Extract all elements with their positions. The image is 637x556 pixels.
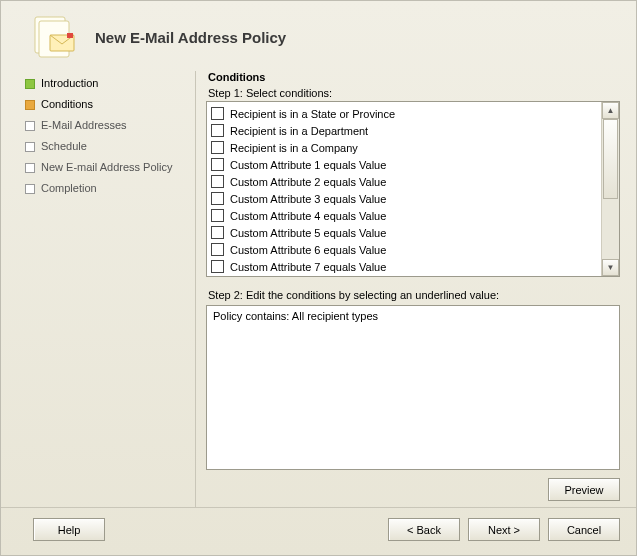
condition-text: Custom Attribute 4 equals Value bbox=[230, 210, 386, 222]
condition-text: Recipient is in a Department bbox=[230, 125, 368, 137]
vertical-divider bbox=[195, 71, 196, 507]
sidebar-step-label: Completion bbox=[41, 182, 97, 195]
condition-row[interactable]: Recipient is in a Department bbox=[211, 122, 597, 139]
edit-text: Policy contains: All recipient types bbox=[213, 310, 378, 322]
sidebar-step-label: New E-mail Address Policy bbox=[41, 161, 172, 174]
sidebar-step-conditions: Conditions bbox=[25, 94, 185, 115]
checkbox[interactable] bbox=[211, 107, 224, 120]
scroll-down-button[interactable]: ▼ bbox=[602, 259, 619, 276]
sidebar-step-new-policy: New E-mail Address Policy bbox=[25, 157, 185, 178]
condition-text: Custom Attribute 5 equals Value bbox=[230, 227, 386, 239]
sidebar-step-schedule: Schedule bbox=[25, 136, 185, 157]
body: Introduction Conditions E-Mail Addresses… bbox=[1, 67, 636, 507]
chevron-down-icon: ▼ bbox=[607, 264, 615, 272]
condition-text: Custom Attribute 6 equals Value bbox=[230, 244, 386, 256]
checkbox[interactable] bbox=[211, 158, 224, 171]
condition-row[interactable]: Custom Attribute 2 equals Value bbox=[211, 173, 597, 190]
sidebar-step-label: Introduction bbox=[41, 77, 98, 90]
step2-label: Step 2: Edit the conditions by selecting… bbox=[206, 287, 620, 303]
condition-row[interactable]: Recipient is in a State or Province bbox=[211, 105, 597, 122]
preview-button[interactable]: Preview bbox=[548, 478, 620, 501]
footer: Help < Back Next > Cancel bbox=[1, 507, 636, 555]
scroll-track[interactable] bbox=[602, 119, 619, 259]
conditions-list-inner: Recipient is in a State or Province Reci… bbox=[207, 102, 601, 276]
condition-text: Custom Attribute 1 equals Value bbox=[230, 159, 386, 171]
condition-text: Recipient is in a Company bbox=[230, 142, 358, 154]
wizard-steps-sidebar: Introduction Conditions E-Mail Addresses… bbox=[25, 71, 185, 507]
sidebar-step-introduction: Introduction bbox=[25, 73, 185, 94]
step1-label: Step 1: Select conditions: bbox=[206, 85, 620, 101]
preview-row: Preview bbox=[206, 470, 620, 507]
step-bullet-pending-icon bbox=[25, 121, 35, 131]
scroll-up-button[interactable]: ▲ bbox=[602, 102, 619, 119]
condition-row[interactable]: Custom Attribute 6 equals Value bbox=[211, 241, 597, 258]
condition-row[interactable]: Recipient is in a Company bbox=[211, 139, 597, 156]
condition-text: Recipient is in a State or Province bbox=[230, 108, 395, 120]
condition-row[interactable]: Custom Attribute 1 equals Value bbox=[211, 156, 597, 173]
chevron-up-icon: ▲ bbox=[607, 107, 615, 115]
sidebar-step-label: Schedule bbox=[41, 140, 87, 153]
content-pane: Conditions Step 1: Select conditions: Re… bbox=[206, 71, 620, 507]
sidebar-step-label: Conditions bbox=[41, 98, 93, 111]
sidebar-step-email-addresses: E-Mail Addresses bbox=[25, 115, 185, 136]
step-bullet-pending-icon bbox=[25, 163, 35, 173]
mail-policy-icon bbox=[31, 13, 79, 61]
checkbox[interactable] bbox=[211, 141, 224, 154]
checkbox[interactable] bbox=[211, 209, 224, 222]
sidebar-step-completion: Completion bbox=[25, 178, 185, 199]
svg-rect-3 bbox=[67, 33, 73, 38]
step-bullet-pending-icon bbox=[25, 184, 35, 194]
sidebar-step-label: E-Mail Addresses bbox=[41, 119, 127, 132]
step-bullet-done-icon bbox=[25, 79, 35, 89]
conditions-edit-area[interactable]: Policy contains: All recipient types bbox=[206, 305, 620, 470]
scrollbar[interactable]: ▲ ▼ bbox=[601, 102, 619, 276]
step-bullet-current-icon bbox=[25, 100, 35, 110]
condition-text: Custom Attribute 7 equals Value bbox=[230, 261, 386, 273]
back-button[interactable]: < Back bbox=[388, 518, 460, 541]
next-button[interactable]: Next > bbox=[468, 518, 540, 541]
condition-text: Custom Attribute 2 equals Value bbox=[230, 176, 386, 188]
checkbox[interactable] bbox=[211, 243, 224, 256]
checkbox[interactable] bbox=[211, 192, 224, 205]
wizard-window: New E-Mail Address Policy Introduction C… bbox=[0, 0, 637, 556]
condition-text: Custom Attribute 3 equals Value bbox=[230, 193, 386, 205]
step-bullet-pending-icon bbox=[25, 142, 35, 152]
header: New E-Mail Address Policy bbox=[1, 1, 636, 67]
checkbox[interactable] bbox=[211, 124, 224, 137]
condition-row[interactable]: Custom Attribute 3 equals Value bbox=[211, 190, 597, 207]
condition-row[interactable]: Custom Attribute 5 equals Value bbox=[211, 224, 597, 241]
checkbox[interactable] bbox=[211, 175, 224, 188]
help-button[interactable]: Help bbox=[33, 518, 105, 541]
checkbox[interactable] bbox=[211, 260, 224, 273]
checkbox[interactable] bbox=[211, 226, 224, 239]
scroll-thumb[interactable] bbox=[603, 119, 618, 199]
cancel-button[interactable]: Cancel bbox=[548, 518, 620, 541]
condition-row[interactable]: Custom Attribute 4 equals Value bbox=[211, 207, 597, 224]
content-heading: Conditions bbox=[206, 71, 620, 85]
conditions-listbox[interactable]: Recipient is in a State or Province Reci… bbox=[206, 101, 620, 277]
page-title: New E-Mail Address Policy bbox=[95, 29, 286, 46]
condition-row[interactable]: Custom Attribute 7 equals Value bbox=[211, 258, 597, 275]
